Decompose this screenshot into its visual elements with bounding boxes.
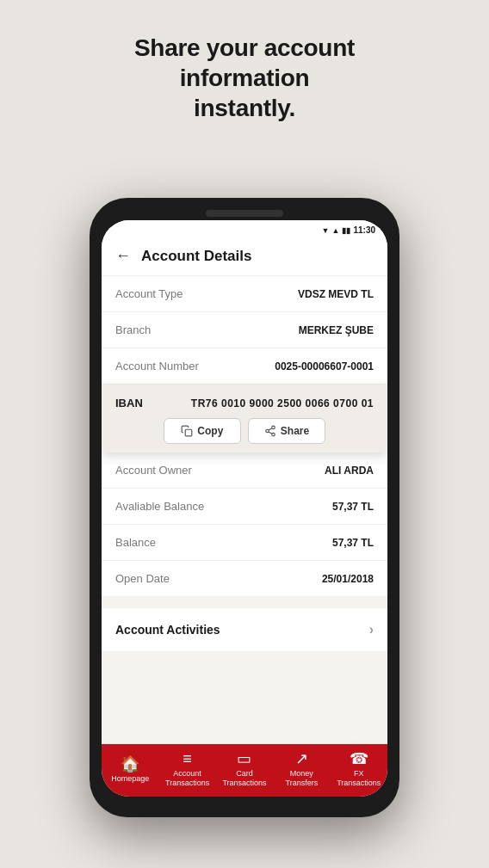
branch-row: Branch MERKEZ ŞUBE bbox=[102, 312, 387, 348]
phone-mockup: ▼ ▲ ▮▮ 11:30 ← Account Details Account T… bbox=[90, 147, 399, 868]
open-date-label: Open Date bbox=[115, 572, 170, 585]
open-date-row: Open Date 25/01/2018 bbox=[102, 561, 387, 597]
iban-row: IBAN TR76 0010 9000 2500 0066 0700 01 bbox=[115, 397, 374, 409]
content-area: Account Type VDSZ MEVD TL Branch MERKEZ … bbox=[102, 276, 387, 744]
copy-button[interactable]: Copy bbox=[164, 418, 241, 444]
account-activities-label: Account Activities bbox=[115, 623, 220, 637]
iban-buttons: Copy Share bbox=[115, 418, 374, 444]
account-activities-row[interactable]: Account Activities › bbox=[102, 607, 387, 652]
account-owner-label: Account Owner bbox=[115, 464, 192, 477]
available-balance-label: Avaliable Balance bbox=[115, 500, 204, 513]
svg-line-4 bbox=[269, 432, 272, 434]
share-label: Share bbox=[281, 425, 309, 437]
back-button[interactable]: ← bbox=[115, 247, 131, 265]
spacer bbox=[102, 597, 387, 607]
phone-notch-bar bbox=[102, 210, 387, 217]
account-number-row: Account Number 0025-00006607-0001 bbox=[102, 348, 387, 385]
svg-rect-0 bbox=[186, 429, 193, 436]
money-transfers-label: MoneyTransfers bbox=[286, 769, 319, 788]
svg-point-2 bbox=[266, 429, 269, 433]
fx-transactions-label: FXTransactions bbox=[337, 769, 381, 788]
page-title: Account Details bbox=[141, 248, 251, 265]
nav-homepage[interactable]: 🏠 Homepage bbox=[105, 756, 155, 784]
nav-card-transactions[interactable]: ▭ CardTransactions bbox=[220, 751, 269, 788]
share-button[interactable]: Share bbox=[248, 418, 325, 444]
status-time: 11:30 bbox=[353, 225, 375, 235]
phone-outer: ▼ ▲ ▮▮ 11:30 ← Account Details Account T… bbox=[90, 198, 399, 817]
svg-point-1 bbox=[272, 426, 275, 429]
branch-value: MERKEZ ŞUBE bbox=[299, 324, 374, 336]
copy-label: Copy bbox=[197, 425, 223, 437]
nav-money-transfers[interactable]: ↗ MoneyTransfers bbox=[276, 751, 326, 788]
chevron-right-icon: › bbox=[369, 622, 374, 637]
homepage-icon: 🏠 bbox=[121, 756, 139, 772]
branch-label: Branch bbox=[115, 323, 151, 336]
homepage-label: Homepage bbox=[111, 774, 149, 784]
nav-fx-transactions[interactable]: ☎ FXTransactions bbox=[334, 751, 384, 788]
account-number-label: Account Number bbox=[115, 360, 199, 372]
svg-line-5 bbox=[269, 428, 272, 430]
account-owner-value: ALI ARDA bbox=[325, 465, 374, 477]
copy-icon bbox=[181, 425, 193, 437]
account-type-label: Account Type bbox=[115, 287, 183, 300]
share-icon bbox=[264, 425, 276, 437]
card-transactions-label: CardTransactions bbox=[222, 769, 266, 788]
iban-value: TR76 0010 9000 2500 0066 0700 01 bbox=[191, 397, 374, 409]
status-icons: ▼ ▲ ▮▮ 11:30 bbox=[322, 225, 375, 235]
card-transactions-icon: ▭ bbox=[237, 751, 251, 766]
balance-value: 57,37 TL bbox=[332, 537, 374, 549]
phone-screen: ▼ ▲ ▮▮ 11:30 ← Account Details Account T… bbox=[102, 220, 387, 797]
iban-card: IBAN TR76 0010 9000 2500 0066 0700 01 Co… bbox=[102, 385, 387, 452]
iban-label: IBAN bbox=[115, 397, 143, 409]
money-transfers-icon: ↗ bbox=[295, 751, 308, 766]
available-balance-value: 57,37 TL bbox=[332, 501, 374, 513]
available-balance-row: Avaliable Balance 57,37 TL bbox=[102, 489, 387, 525]
account-type-row: Account Type VDSZ MEVD TL bbox=[102, 276, 387, 312]
hero-text: Share your account information instantly… bbox=[83, 0, 406, 147]
balance-row: Balance 57,37 TL bbox=[102, 525, 387, 561]
account-fields-top: Account Type VDSZ MEVD TL Branch MERKEZ … bbox=[102, 276, 387, 385]
app-header: ← Account Details bbox=[102, 238, 387, 276]
open-date-value: 25/01/2018 bbox=[322, 573, 374, 585]
bottom-nav: 🏠 Homepage ≡ AccountTransactions ▭ CardT… bbox=[102, 744, 387, 797]
balance-label: Balance bbox=[115, 536, 156, 549]
account-owner-row: Account Owner ALI ARDA bbox=[102, 452, 387, 489]
account-transactions-label: AccountTransactions bbox=[165, 769, 209, 788]
nav-account-transactions[interactable]: ≡ AccountTransactions bbox=[163, 751, 213, 788]
status-bar: ▼ ▲ ▮▮ 11:30 bbox=[102, 220, 387, 238]
wifi-icon: ▲ bbox=[332, 226, 340, 235]
phone-notch bbox=[206, 210, 283, 217]
account-number-value: 0025-00006607-0001 bbox=[275, 360, 374, 372]
account-transactions-icon: ≡ bbox=[183, 751, 192, 766]
battery-icon: ▮▮ bbox=[342, 226, 350, 235]
svg-point-3 bbox=[272, 433, 275, 436]
account-fields-bottom: Account Owner ALI ARDA Avaliable Balance… bbox=[102, 452, 387, 597]
signal-icon: ▼ bbox=[322, 226, 330, 235]
account-type-value: VDSZ MEVD TL bbox=[298, 288, 374, 300]
fx-transactions-icon: ☎ bbox=[350, 751, 368, 766]
